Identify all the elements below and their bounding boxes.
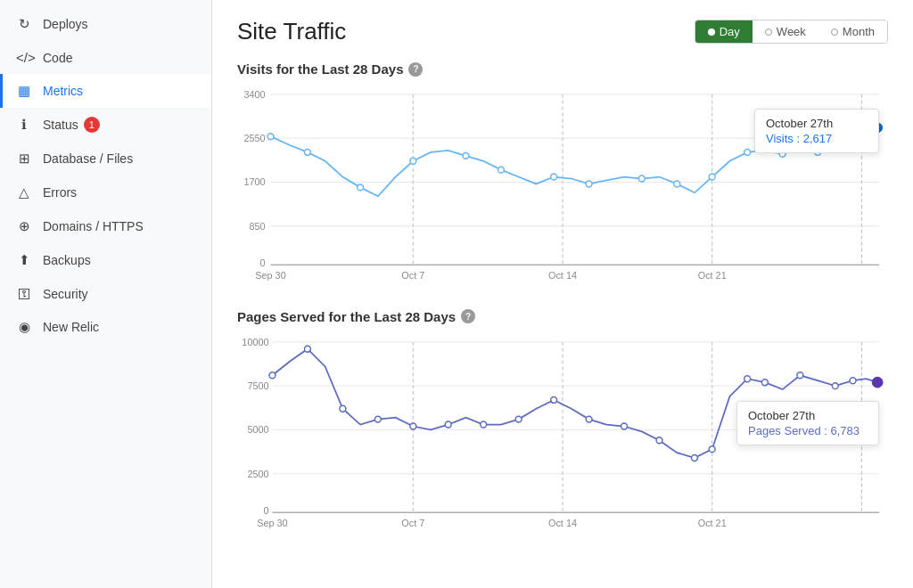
pages-chart-container: Pages Served for the Last 28 Days ? 1000… bbox=[237, 309, 888, 541]
svg-text:7500: 7500 bbox=[247, 380, 268, 391]
sidebar-item-label-metrics: Metrics bbox=[43, 84, 83, 98]
svg-point-53 bbox=[445, 421, 451, 428]
svg-point-27 bbox=[815, 149, 821, 155]
sidebar-item-backups[interactable]: ⬆Backups bbox=[0, 243, 211, 277]
svg-point-23 bbox=[674, 181, 680, 187]
svg-point-24 bbox=[709, 174, 715, 180]
svg-point-63 bbox=[761, 380, 768, 386]
help-icon-1[interactable]: ? bbox=[408, 62, 423, 77]
svg-point-18 bbox=[463, 152, 469, 159]
svg-text:0: 0 bbox=[263, 505, 268, 516]
svg-point-52 bbox=[410, 423, 416, 429]
header-row: Site Traffic DayWeekMonth bbox=[237, 18, 888, 45]
svg-point-65 bbox=[832, 383, 838, 389]
help-icon-2[interactable]: ? bbox=[461, 309, 475, 323]
security-icon: ⚿ bbox=[16, 286, 32, 301]
svg-point-57 bbox=[586, 416, 592, 422]
svg-text:2500: 2500 bbox=[247, 469, 268, 479]
sidebar-item-security[interactable]: ⚿Security bbox=[0, 277, 211, 310]
svg-point-17 bbox=[410, 158, 416, 164]
pages-chart: 10000 7500 5000 2500 0 bbox=[237, 330, 888, 541]
domains-icon: ⊕ bbox=[16, 218, 32, 234]
sidebar-item-status[interactable]: ℹStatus1 bbox=[0, 108, 211, 142]
visits-chart-container: Visits for the Last 28 Days ? 3400 2550 … bbox=[237, 61, 888, 284]
chart1-title: Visits for the Last 28 Days ? bbox=[237, 61, 888, 77]
svg-point-67 bbox=[872, 377, 883, 388]
radio-ring bbox=[765, 29, 772, 36]
badge-status: 1 bbox=[84, 117, 100, 133]
time-btn-week[interactable]: Week bbox=[753, 20, 818, 43]
sidebar-item-database[interactable]: ⊞Database / Files bbox=[0, 142, 211, 176]
svg-point-48 bbox=[269, 372, 276, 379]
backups-icon: ⬆ bbox=[16, 252, 32, 268]
sidebar-item-label-code: Code bbox=[43, 51, 72, 65]
deploys-icon: ↻ bbox=[16, 16, 32, 32]
svg-text:10000: 10000 bbox=[242, 337, 268, 347]
sidebar: ↻Deploys</>Code▦MetricsℹStatus1⊞Database… bbox=[0, 0, 212, 588]
svg-point-61 bbox=[709, 446, 715, 453]
svg-text:Oct 7: Oct 7 bbox=[401, 518, 424, 528]
svg-text:2550: 2550 bbox=[243, 133, 265, 143]
radio-ring bbox=[831, 29, 838, 36]
chart2-title: Pages Served for the Last 28 Days ? bbox=[237, 309, 888, 324]
svg-point-22 bbox=[638, 176, 645, 182]
errors-icon: △ bbox=[16, 184, 32, 200]
svg-point-56 bbox=[551, 396, 557, 403]
svg-point-16 bbox=[358, 184, 364, 191]
svg-text:Sep 30: Sep 30 bbox=[257, 518, 287, 528]
sidebar-item-metrics[interactable]: ▦Metrics bbox=[0, 74, 211, 108]
svg-point-55 bbox=[515, 416, 522, 422]
sidebar-item-domains[interactable]: ⊕Domains / HTTPS bbox=[0, 209, 211, 243]
time-btn-day[interactable]: Day bbox=[695, 20, 753, 43]
svg-text:3400: 3400 bbox=[243, 89, 265, 100]
sidebar-item-newrelic[interactable]: ◉New Relic bbox=[0, 310, 211, 344]
svg-text:0: 0 bbox=[260, 257, 266, 268]
svg-point-29 bbox=[873, 123, 883, 133]
svg-point-54 bbox=[481, 421, 487, 428]
status-icon: ℹ bbox=[16, 117, 32, 133]
svg-point-59 bbox=[656, 437, 662, 444]
svg-point-19 bbox=[498, 167, 504, 173]
svg-point-51 bbox=[374, 416, 381, 422]
sidebar-item-label-errors: Errors bbox=[43, 185, 77, 200]
svg-point-64 bbox=[797, 372, 803, 379]
svg-text:Oct 14: Oct 14 bbox=[548, 518, 577, 528]
newrelic-icon: ◉ bbox=[16, 319, 32, 335]
svg-text:850: 850 bbox=[249, 221, 265, 232]
sidebar-item-label-backups: Backups bbox=[43, 253, 91, 267]
svg-point-25 bbox=[744, 149, 751, 155]
sidebar-item-label-status: Status bbox=[43, 118, 78, 132]
svg-point-20 bbox=[551, 174, 557, 180]
page-title: Site Traffic bbox=[237, 18, 346, 45]
svg-text:Oct 14: Oct 14 bbox=[548, 270, 577, 281]
svg-point-58 bbox=[621, 423, 628, 429]
svg-point-66 bbox=[850, 378, 856, 384]
svg-text:Oct 7: Oct 7 bbox=[401, 270, 424, 281]
sidebar-item-label-database: Database / Files bbox=[43, 151, 133, 166]
sidebar-item-code[interactable]: </>Code bbox=[0, 41, 211, 74]
svg-point-28 bbox=[850, 137, 856, 143]
time-btn-month[interactable]: Month bbox=[818, 20, 887, 43]
sidebar-item-errors[interactable]: △Errors bbox=[0, 176, 211, 209]
svg-text:5000: 5000 bbox=[247, 424, 268, 435]
svg-point-49 bbox=[304, 346, 310, 352]
sidebar-item-deploys[interactable]: ↻Deploys bbox=[0, 7, 211, 41]
main-content: Site Traffic DayWeekMonth Visits for the… bbox=[212, 0, 913, 588]
svg-text:Sep 30: Sep 30 bbox=[255, 270, 285, 281]
svg-point-50 bbox=[340, 405, 346, 412]
metrics-icon: ▦ bbox=[16, 83, 32, 99]
svg-point-15 bbox=[304, 149, 310, 155]
active-dot bbox=[708, 29, 715, 36]
sidebar-item-label-newrelic: New Relic bbox=[43, 320, 99, 334]
database-icon: ⊞ bbox=[16, 151, 32, 167]
sidebar-item-label-security: Security bbox=[43, 287, 88, 301]
code-icon: </> bbox=[16, 50, 32, 65]
svg-text:Oct 21: Oct 21 bbox=[698, 518, 727, 528]
svg-text:Oct 21: Oct 21 bbox=[698, 270, 727, 281]
sidebar-item-label-domains: Domains / HTTPS bbox=[43, 219, 144, 233]
visits-chart: 3400 2550 1700 850 0 bbox=[237, 82, 888, 284]
svg-point-62 bbox=[744, 376, 751, 382]
sidebar-item-label-deploys: Deploys bbox=[43, 17, 88, 31]
time-toggle: DayWeekMonth bbox=[695, 20, 888, 44]
svg-point-21 bbox=[586, 181, 592, 187]
